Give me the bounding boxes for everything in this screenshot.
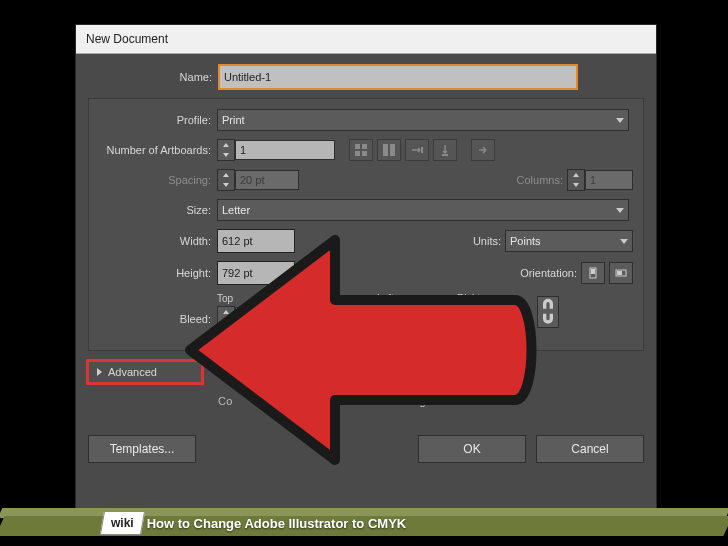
profile-dropdown[interactable]: Print: [217, 109, 629, 131]
size-value: Letter: [222, 204, 250, 216]
bleed-top-label: Top: [217, 293, 289, 304]
height-input[interactable]: [217, 261, 295, 285]
bleed-bottom-stepper[interactable]: 0 pt: [297, 306, 369, 328]
orientation-landscape-icon[interactable]: [609, 262, 633, 284]
advanced-toggle[interactable]: Advanced: [88, 361, 202, 383]
size-dropdown[interactable]: Letter: [217, 199, 629, 221]
columns-label: Columns:: [517, 174, 567, 186]
spacing-value: 20 pt: [235, 170, 299, 190]
grid-by-col-icon[interactable]: [377, 139, 401, 161]
settings-panel: Profile: Print Number of Artboards: 1: [88, 98, 644, 351]
watermark-caption: How to Change Adobe Illustrator to CMYK: [147, 516, 407, 531]
chevron-down-icon: [616, 208, 624, 213]
document-name-input[interactable]: [218, 64, 578, 90]
units-label: Units:: [473, 235, 505, 247]
ok-button[interactable]: OK: [418, 435, 526, 463]
spacing-stepper: 20 pt: [217, 169, 299, 191]
bleed-left-label: Left: [377, 293, 449, 304]
arrow-right-icon[interactable]: [471, 139, 495, 161]
profile-value: Print: [222, 114, 245, 126]
width-label: Width:: [99, 235, 217, 247]
orientation-portrait-icon[interactable]: [581, 262, 605, 284]
svg-rect-9: [591, 269, 595, 274]
bleed-bottom-value[interactable]: 0 pt: [315, 307, 369, 327]
units-value: Points: [510, 235, 541, 247]
dialog-title: New Document: [76, 25, 656, 54]
svg-rect-4: [383, 144, 388, 156]
svg-rect-11: [617, 271, 622, 275]
grid-by-row-icon[interactable]: [349, 139, 373, 161]
wikihow-logo: wiki: [100, 511, 145, 535]
svg-rect-1: [362, 144, 367, 149]
bleed-top-stepper[interactable]: 0 pt: [217, 306, 289, 328]
size-label: Size:: [99, 204, 217, 216]
profile-label: Profile:: [99, 114, 217, 126]
svg-rect-2: [355, 151, 360, 156]
color-mode-hint: Co gn to Pixel Grid:No: [88, 395, 644, 407]
watermark-footer: wiki How to Change Adobe Illustrator to …: [0, 508, 728, 538]
col-arrange-icon[interactable]: [433, 139, 457, 161]
cancel-button[interactable]: Cancel: [536, 435, 644, 463]
bleed-label: Bleed:: [99, 313, 217, 328]
columns-value: 1: [585, 170, 633, 190]
spacing-label: Spacing:: [99, 174, 217, 186]
bleed-bottom-label: Bottom: [297, 293, 369, 304]
chevron-down-icon: [620, 239, 628, 244]
link-bleed-icon[interactable]: [537, 296, 559, 328]
artboard-arrangement-group: [349, 139, 495, 161]
svg-rect-6: [421, 147, 423, 153]
orientation-label: Orientation:: [520, 267, 581, 279]
bleed-left-stepper[interactable]: 0 pt: [377, 306, 449, 328]
name-label: Name:: [88, 71, 218, 83]
svg-rect-7: [442, 154, 448, 156]
new-document-dialog: New Document Name: Profile: Print Number…: [75, 24, 657, 526]
svg-rect-5: [390, 144, 395, 156]
chevron-down-icon: [616, 118, 624, 123]
columns-stepper: 1: [567, 169, 633, 191]
templates-button[interactable]: Templates...: [88, 435, 196, 463]
svg-rect-3: [362, 151, 367, 156]
bleed-top-value[interactable]: 0 pt: [235, 307, 289, 327]
artboards-stepper[interactable]: 1: [217, 139, 335, 161]
bleed-left-value[interactable]: 0 pt: [395, 307, 449, 327]
chevron-right-icon: [97, 368, 102, 376]
svg-rect-0: [355, 144, 360, 149]
units-dropdown[interactable]: Points: [505, 230, 633, 252]
dialog-content: Name: Profile: Print Number of Artboards…: [76, 54, 656, 475]
row-arrange-icon[interactable]: [405, 139, 429, 161]
advanced-label: Advanced: [108, 366, 157, 378]
width-input[interactable]: [217, 229, 295, 253]
bleed-right-value[interactable]: 0 pt: [475, 307, 529, 327]
bleed-right-label: Right: [457, 293, 529, 304]
height-label: Height:: [99, 267, 217, 279]
artboards-label: Number of Artboards:: [99, 144, 217, 156]
artboards-value[interactable]: 1: [235, 140, 335, 160]
bleed-right-stepper[interactable]: 0 pt: [457, 306, 529, 328]
